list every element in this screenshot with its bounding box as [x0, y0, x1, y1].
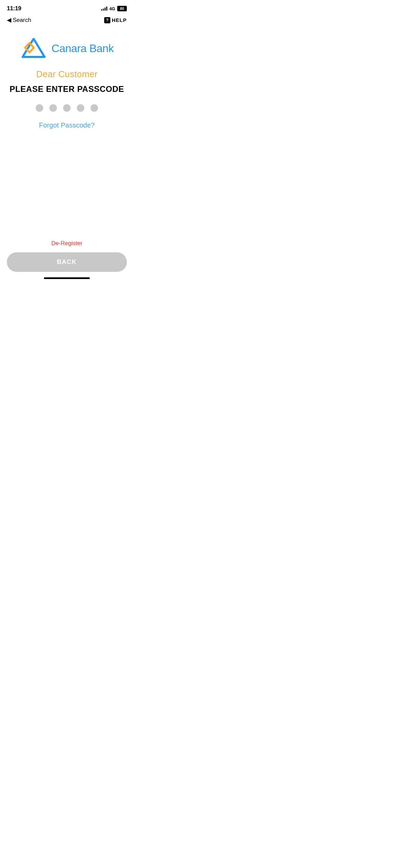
- passcode-dot-4: [77, 104, 84, 112]
- logo-container: Canara Bank: [20, 38, 113, 59]
- nav-bar: ◀ Search ? HELP: [0, 15, 134, 28]
- svg-line-3: [29, 48, 34, 52]
- battery-indicator: 80: [117, 6, 127, 11]
- de-register-link[interactable]: De-Register: [51, 240, 83, 247]
- forgot-passcode-link[interactable]: Forgot Passcode?: [39, 121, 95, 129]
- status-bar: 11:19 4G 80: [0, 0, 134, 15]
- main-content: Canara Bank Dear Customer PLEASE ENTER P…: [0, 28, 134, 129]
- canara-bank-logo-icon: [20, 38, 47, 59]
- battery-level: 80: [117, 6, 127, 11]
- back-arrow-icon: ◀: [7, 16, 11, 24]
- logo-text: Canara Bank: [51, 42, 113, 55]
- signal-icon: [101, 7, 107, 11]
- passcode-dot-2: [49, 104, 57, 112]
- bottom-section: De-Register BACK: [0, 240, 134, 289]
- network-label: 4G: [109, 6, 115, 11]
- dear-customer-label: Dear Customer: [36, 69, 98, 80]
- help-label: HELP: [112, 17, 127, 23]
- home-indicator: [44, 277, 90, 279]
- passcode-dot-5: [90, 104, 98, 112]
- back-nav-label: Search: [13, 17, 31, 24]
- passcode-dots-container: [36, 104, 98, 112]
- back-button[interactable]: BACK: [7, 252, 127, 272]
- status-icons: 4G 80: [101, 6, 127, 11]
- passcode-dot-3: [63, 104, 71, 112]
- passcode-dot-1: [36, 104, 43, 112]
- help-icon: ?: [104, 17, 110, 23]
- passcode-instruction-label: PLEASE ENTER PASSCODE: [10, 84, 124, 94]
- help-button[interactable]: ? HELP: [104, 17, 127, 23]
- status-time: 11:19: [7, 5, 21, 12]
- back-nav[interactable]: ◀ Search: [7, 16, 31, 24]
